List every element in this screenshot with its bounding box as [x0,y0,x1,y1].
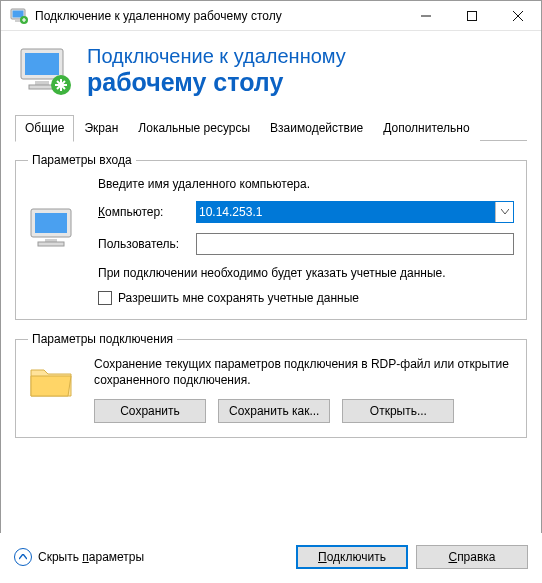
computer-input[interactable] [197,202,495,222]
close-button[interactable] [495,1,541,30]
save-as-button[interactable]: Сохранить как... [218,399,330,423]
tab-advanced[interactable]: Дополнительно [373,115,479,141]
svg-rect-7 [35,81,49,85]
window-title: Подключение к удаленному рабочему столу [35,9,403,23]
login-group: Параметры входа Введите имя удаленного к… [15,153,527,320]
svg-rect-6 [25,53,59,75]
save-button[interactable]: Сохранить [94,399,206,423]
header-banner: Подключение к удаленному рабочему столу [1,31,541,115]
connection-text: Сохранение текущих параметров подключени… [94,356,514,388]
minimize-button[interactable] [403,1,449,30]
footer: Скрыть параметры Подключить Справка [0,533,542,583]
collapse-label: Скрыть параметры [38,550,144,564]
app-icon [9,6,29,26]
login-instruction: Введите имя удаленного компьютера. [98,177,514,191]
tab-content-general: Параметры входа Введите имя удаленного к… [1,141,541,458]
login-legend: Параметры входа [28,153,136,167]
user-input[interactable] [196,233,514,255]
chevron-up-icon [14,548,32,566]
tab-experience[interactable]: Взаимодействие [260,115,373,141]
tabstrip: Общие Экран Локальные ресурсы Взаимодейс… [1,115,541,141]
credentials-note: При подключении необходимо будет указать… [98,265,514,281]
help-button[interactable]: Справка [416,545,528,569]
rdp-banner-icon [17,45,73,97]
svg-rect-4 [468,11,477,20]
tab-display[interactable]: Экран [74,115,128,141]
computer-combo[interactable] [196,201,514,223]
banner-text: Подключение к удаленному рабочему столу [87,45,346,97]
computer-dropdown-button[interactable] [495,202,513,222]
tab-local-resources[interactable]: Локальные ресурсы [128,115,260,141]
save-credentials-checkbox[interactable] [98,291,112,305]
titlebar: Подключение к удаленному рабочему столу [1,1,541,31]
svg-rect-13 [38,242,64,246]
computer-label: Компьютер: [98,205,188,219]
collapse-options[interactable]: Скрыть параметры [14,548,288,566]
connection-group: Параметры подключения Сохранение текущих… [15,332,527,437]
svg-rect-1 [13,10,24,17]
tab-general[interactable]: Общие [15,115,74,142]
banner-line2: рабочему столу [87,68,346,97]
window-controls [403,1,541,30]
banner-line1: Подключение к удаленному [87,45,346,68]
folder-icon [28,360,74,402]
connection-legend: Параметры подключения [28,332,177,346]
maximize-button[interactable] [449,1,495,30]
open-button[interactable]: Открыть... [342,399,454,423]
user-label: Пользователь: [98,237,188,251]
save-credentials-label: Разрешить мне сохранять учетные данные [118,291,359,305]
computer-icon [28,206,80,252]
svg-rect-11 [35,213,67,233]
connect-button[interactable]: Подключить [296,545,408,569]
